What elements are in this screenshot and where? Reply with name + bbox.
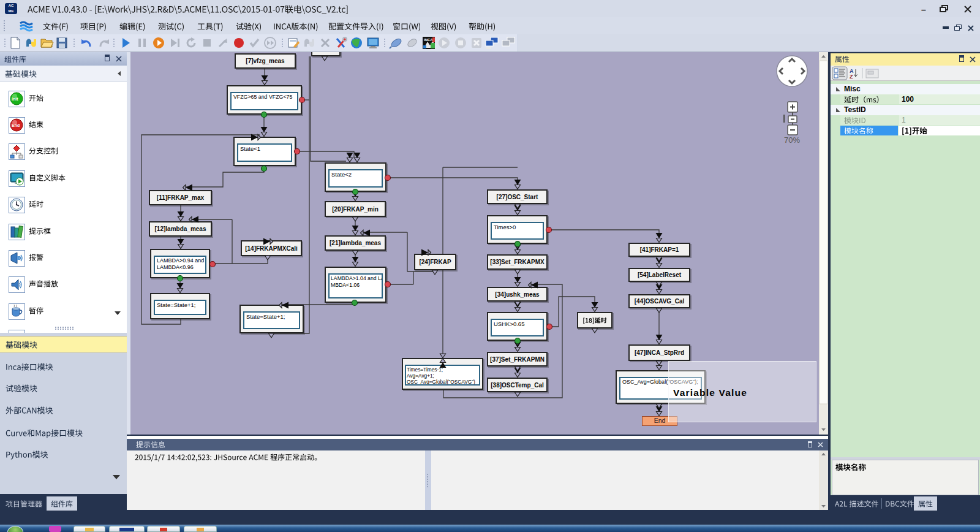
svg-text:End: End (12, 123, 20, 127)
svg-text:Init: Init (12, 97, 18, 101)
svg-text:INCA: INCA (424, 38, 433, 42)
svg-text:Z: Z (850, 74, 853, 80)
svg-text:70%: 70% (784, 135, 800, 145)
